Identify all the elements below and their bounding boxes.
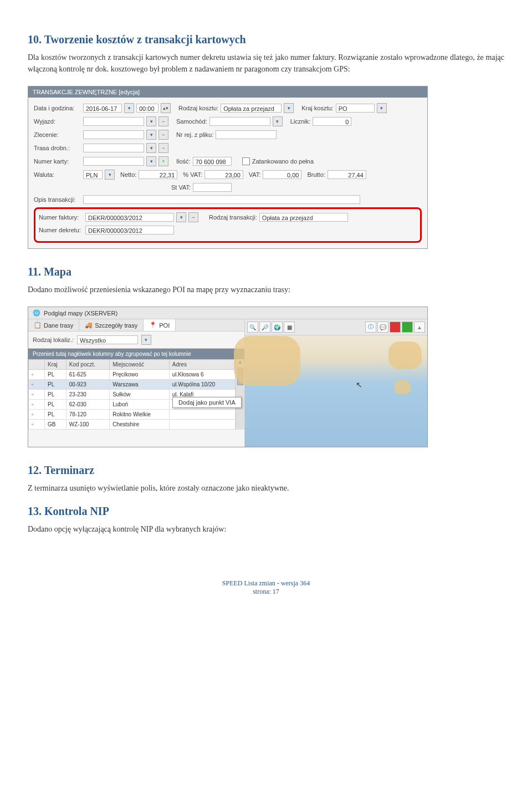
label-samochod: Samochód: [176,118,207,125]
label-nrrej: Nr rej. z pliku: [176,131,213,138]
rodzaj-kosztu-field[interactable]: Opłata za przejazd [221,104,282,113]
tab-szczegoly-trasy[interactable]: 🚚 Szczegóły trasy [79,319,144,331]
row-icon: ▫ [29,380,45,390]
col-miejsc[interactable]: Miejscowość [110,360,170,370]
list-icon: 📋 [34,322,42,329]
form-header: TRANSAKCJE ZEWNĘTRZNE [edycja] [28,86,427,98]
remove-icon[interactable]: − [188,212,198,222]
map-window-title: Podgląd mapy (XSERVER) [44,310,117,317]
flag-green-icon[interactable] [402,322,413,333]
netto-field[interactable]: 22,31 [139,170,177,179]
tab-dane-trasy[interactable]: 📋 Dane trasy [28,319,79,331]
truck-icon: 🚚 [85,322,93,329]
label-rodzaj-kosztu: Rodzaj kosztu: [178,105,218,111]
remove-icon[interactable]: − [158,130,168,140]
tab-poi[interactable]: 📍 POI [144,319,176,331]
paragraph-s12: Z terminarza usunięto wyświetlanie polis… [28,482,504,494]
samochod-field[interactable] [209,117,270,126]
transactions-form: TRANSAKCJE ZEWNĘTRZNE [edycja] Data i go… [28,86,428,249]
layers-icon[interactable]: ▦ [284,322,295,333]
wyjazd-field[interactable] [83,117,144,126]
table-row[interactable]: ▫ PL 00-923 Warszawa ul.Wspólna 10/20 [29,380,236,390]
search-icon[interactable]: 🔍 [247,322,258,333]
footer-line1: SPEED Lista zmian - wersja 364 [28,579,504,588]
col-kraj[interactable]: Kraj [45,360,66,370]
remove-icon[interactable]: − [158,116,168,126]
dropdown-icon[interactable]: ▾ [146,116,156,126]
rodzaj-lokaliz-field[interactable]: Wszystko [77,335,138,344]
label-numer-karty: Numer karty: [34,158,81,165]
time-stepper-icon[interactable]: ▴▾ [161,103,171,113]
footer-line2: strona: 17 [28,588,504,596]
pvat-field[interactable]: 23,00 [204,170,243,179]
add-icon[interactable]: + [158,156,168,166]
label-numer-faktury: Numer faktury: [39,214,83,221]
trasa-field[interactable] [83,144,144,152]
zoom-icon[interactable]: 🔎 [259,322,270,333]
dropdown-icon[interactable]: ▾ [146,143,156,153]
label-zatankowano: Zatankowano do pełna [252,158,314,165]
rodzaj-transakcji-field[interactable]: Opłata za przejazd [259,213,348,222]
map-preview-window: 🌐 Podgląd mapy (XSERVER) 📋 Dane trasy 🚚 … [28,307,428,447]
paragraph-s13: Dodano opcję wyłączającą kontrolę NIP dl… [28,523,504,535]
dropdown-icon[interactable]: ▾ [377,103,387,113]
date-field[interactable]: 2016-06-17 [83,104,122,113]
label-vat: VAT: [249,171,261,178]
brutto-field[interactable]: 27,44 [328,170,366,179]
date-picker-icon[interactable]: ▾ [124,103,134,113]
pin-icon: 📍 [149,322,157,329]
table-row[interactable]: ▫ PL 78-120 Rokitno Wielkie [29,410,236,420]
numer-dekretu-field[interactable]: DEKR/000003/2012 [85,226,174,234]
cursor-icon: ↖ [356,380,362,389]
table-row[interactable]: ▫ PL 61-625 Pręcikowo ul.Kłosowa 6 [29,370,236,380]
label-waluta: Waluta: [34,171,81,178]
globe-icon[interactable]: 🌍 [272,322,283,333]
nrrej-field[interactable] [216,130,277,139]
zatankowano-checkbox[interactable] [242,157,250,165]
numer-karty-field[interactable] [83,157,144,166]
remove-icon[interactable]: − [158,143,168,153]
label-opis: Opis transakcji: [34,196,81,203]
ilosc-field[interactable]: 70 600 098 [193,157,232,166]
page-footer: SPEED Lista zmian - wersja 364 strona: 1… [28,579,504,596]
dropdown-icon[interactable]: ▾ [146,156,156,166]
heading-s11: 11. Mapa [28,266,504,278]
dropdown-icon[interactable]: ▾ [176,212,186,222]
label-numer-dekretu: Numer dekretu: [39,227,83,233]
paragraph-s11: Dodano możliwość przeniesienia wskazaneg… [28,284,504,295]
vat-field[interactable]: 0,00 [263,170,301,179]
row-icon: ▫ [29,420,45,430]
dropdown-icon[interactable]: ▾ [105,170,115,180]
numer-faktury-field[interactable]: DEKR/000003/2012 [85,213,174,222]
triangle-icon[interactable]: ▲ [414,322,425,333]
dropdown-icon[interactable]: ▾ [284,103,294,113]
row-icon: ▫ [29,400,45,410]
waluta-field[interactable]: PLN [83,170,103,179]
kraj-kosztu-field[interactable]: PO [336,104,375,113]
speech-icon[interactable]: 💬 [377,322,388,333]
flag-red-icon[interactable] [390,322,401,333]
licznik-field[interactable]: 0 [313,117,351,126]
heading-s13: 13. Kontrola NIP [28,505,504,518]
col-adres[interactable]: Adres [169,360,235,370]
label-wyjazd: Wyjazd: [34,118,81,125]
heading-s12: 12. Terminarz [28,464,504,477]
context-menu-item[interactable]: Dodaj jako punkt VIA [172,397,242,408]
dropdown-icon[interactable]: ▾ [141,335,151,345]
group-by-bar[interactable]: Przenieś tutaj nagłówek kolumny aby zgru… [28,349,244,359]
info-icon[interactable]: ⓘ [365,322,376,333]
col-kod[interactable]: Kod poczt. [66,360,109,370]
time-field[interactable]: 00:00 [136,104,158,113]
label-date: Data i godzina: [34,105,81,111]
label-zlecenie: Zlecenie: [34,131,81,138]
dropdown-icon[interactable]: ▾ [273,116,283,126]
stvat-field[interactable] [193,183,232,192]
label-rodzaj-lokaliz: Rodzaj lokaliz.: [33,336,74,343]
dropdown-icon[interactable]: ▾ [146,130,156,140]
map-canvas[interactable]: 🔍 🔎 🌍 ▦ ⓘ 💬 ▲ ↖ [245,319,427,447]
zlecenie-field[interactable] [83,130,144,139]
opis-field[interactable] [83,195,360,204]
table-row[interactable]: ▫ GB WZ-100 Chestshire [29,420,236,430]
highlight-frame: Numer faktury: DEKR/000003/2012 ▾ − Rodz… [34,207,422,243]
label-brutto: Brutto: [307,171,325,178]
